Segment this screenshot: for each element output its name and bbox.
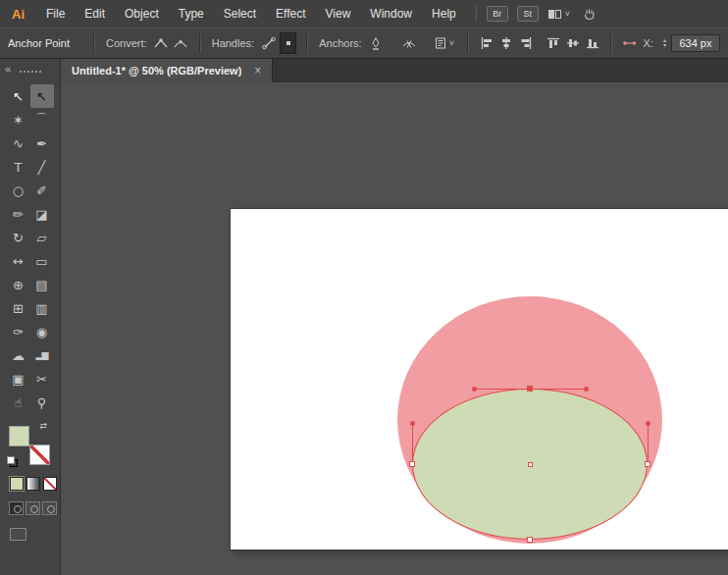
lasso-tool[interactable]: ⌒ [30,108,54,131]
type-tool[interactable]: T [7,155,30,179]
draw-inside-button[interactable] [42,501,57,515]
align-middle-icon [566,36,580,50]
align-horizontal-left-button[interactable] [478,32,494,54]
canvas-pasteboard[interactable] [61,82,728,575]
divider [476,6,477,22]
divider [306,33,307,53]
panel-grip-icon[interactable] [20,71,41,73]
direct-selection-tool[interactable]: ↖ [30,84,54,108]
anchor-point[interactable] [409,461,415,467]
align-horizontal-right-button[interactable] [517,32,534,54]
curvature-tool[interactable]: ∿ [7,131,30,155]
divider [93,33,94,53]
eraser-tool[interactable]: ◪ [30,202,54,226]
x-value-field[interactable]: 634 px [671,34,720,52]
anchor-point-selected[interactable] [527,386,533,392]
direction-handle[interactable] [584,387,589,392]
workspace-icon [547,8,562,21]
direction-handle[interactable] [410,421,415,426]
stepper-down-icon[interactable]: ▾ [663,43,666,48]
tool-grid: ↖ ↖ ✶ ⌒ ∿ ✒ T ╱ ○ ✐ ✏ ◪ ↻ ▱ ↔ ▭ ⊕ ▤ ⊞ ▥ [0,84,60,414]
mesh-tool[interactable]: ⊞ [7,296,30,320]
divider [610,33,611,53]
none-button[interactable] [43,477,57,491]
anchor-handle-display-button[interactable] [621,32,638,54]
free-transform-tool[interactable]: ▭ [30,249,54,273]
cut-path-button[interactable] [401,32,418,54]
swap-fill-stroke-icon[interactable]: ⇄ [39,421,47,431]
slice-tool[interactable]: ✂ [30,367,54,391]
x-stepper[interactable]: ▴ ▾ [663,38,666,48]
rotate-tool[interactable]: ↻ [7,226,30,249]
document-tab[interactable]: Untitled-1* @ 50% (RGB/Preview) × [61,59,273,82]
workspace-switcher[interactable]: ˅ [547,8,570,21]
line-segment-tool[interactable]: ╱ [30,155,54,179]
menu-file[interactable]: File [36,0,75,27]
fill-swatch[interactable] [9,426,29,446]
align-vertical-bottom-button[interactable] [584,32,600,54]
artboard-tool[interactable]: ▣ [7,367,30,391]
hand-tool[interactable]: ☝ [7,391,30,414]
show-handles-button[interactable] [260,32,277,54]
pencil-tool[interactable]: ✏ [7,202,30,226]
scale-tool[interactable]: ▱ [30,226,54,249]
menu-help[interactable]: Help [422,0,466,27]
menu-object[interactable]: Object [115,0,169,27]
direction-handle[interactable] [472,387,477,392]
ellipse-tool[interactable]: ○ [7,179,30,202]
anchor-point[interactable] [527,537,533,543]
convert-label: Convert: [106,37,147,49]
align-vertical-center-button[interactable] [564,32,581,54]
hide-handles-button[interactable] [280,32,296,54]
draw-behind-button[interactable] [26,501,40,515]
stroke-swatch[interactable] [29,444,50,465]
collapse-panel-icon[interactable]: « [5,63,11,75]
magic-wand-tool[interactable]: ✶ [7,108,30,131]
corner-point-icon [153,36,169,50]
eyedropper-tool[interactable]: ✑ [7,320,30,343]
pen-tool[interactable]: ✒ [30,131,54,155]
shape-builder-tool[interactable]: ⊕ [7,273,30,296]
screen-mode-button[interactable] [10,528,26,541]
gradient-tool[interactable]: ▥ [30,296,54,320]
perspective-grid-tool[interactable]: ▤ [30,273,54,296]
draw-normal-button[interactable] [9,501,24,515]
selection-tool[interactable]: ↖ [7,84,30,108]
document-area: Untitled-1* @ 50% (RGB/Preview) × [61,59,728,575]
handles-point-icon [281,36,296,50]
zoom-tool[interactable]: ⚲ [30,391,54,414]
pen-minus-icon [368,36,384,50]
column-graph-tool[interactable]: ▂▆ [30,343,54,367]
stock-button[interactable]: St [517,6,539,22]
scissors-curve-icon [401,36,417,50]
remove-anchor-button[interactable] [368,32,385,54]
convert-to-corner-button[interactable] [153,32,170,54]
menu-window[interactable]: Window [360,0,422,27]
bridge-button[interactable]: Br [487,6,508,22]
anchors-label: Anchors: [319,37,361,49]
menu-type[interactable]: Type [169,0,214,27]
menu-effect[interactable]: Effect [266,0,315,27]
menu-view[interactable]: View [316,0,361,27]
blend-tool[interactable]: ◉ [30,320,54,343]
align-center-icon [499,36,513,50]
menu-select[interactable]: Select [214,0,266,27]
anchor-point[interactable] [645,461,650,467]
gradient-button[interactable] [26,477,40,491]
convert-to-smooth-button[interactable] [173,32,189,54]
align-vertical-top-button[interactable] [545,32,561,54]
color-button[interactable] [10,477,24,491]
width-tool[interactable]: ↔ [7,249,30,273]
handle-line-icon [622,36,638,50]
center-point[interactable] [528,462,533,467]
direction-handle[interactable] [646,421,650,426]
touch-workspace-button[interactable] [582,7,598,22]
menu-edit[interactable]: Edit [75,0,115,27]
symbol-sprayer-tool[interactable]: ☁ [7,343,30,367]
handle-line [648,423,649,464]
close-tab-icon[interactable]: × [254,64,261,78]
align-horizontal-center-button[interactable] [497,32,514,54]
isolate-object-dropdown[interactable]: ˅ [431,36,457,50]
paintbrush-tool[interactable]: ✐ [30,179,54,202]
default-fill-stroke-icon[interactable] [7,456,18,467]
